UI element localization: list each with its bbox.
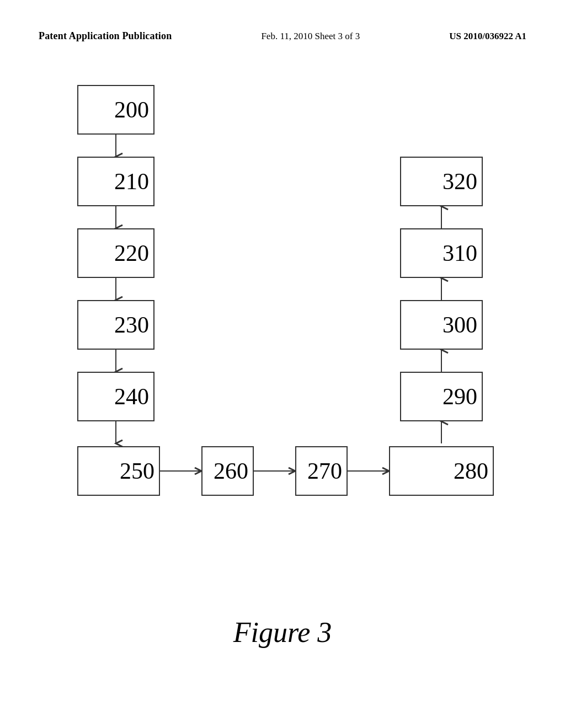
label-220: 220: [114, 240, 149, 266]
label-320: 320: [443, 168, 477, 195]
label-280: 280: [454, 458, 488, 484]
box-320: 320: [400, 157, 483, 206]
box-280: 280: [389, 446, 494, 496]
label-300: 300: [443, 312, 477, 338]
box-270: 270: [295, 446, 348, 496]
box-230: 230: [77, 300, 154, 350]
box-220: 220: [77, 228, 154, 278]
box-210: 210: [77, 157, 154, 206]
label-230: 230: [114, 312, 149, 338]
box-250: 250: [77, 446, 160, 496]
box-290: 290: [400, 372, 483, 421]
box-240: 240: [77, 372, 154, 421]
publication-label: Patent Application Publication: [39, 30, 172, 42]
box-300: 300: [400, 300, 483, 350]
label-270: 270: [307, 458, 342, 484]
patent-number-label: US 2010/036922 A1: [449, 31, 526, 42]
label-240: 240: [114, 383, 149, 410]
label-200: 200: [114, 97, 149, 123]
label-260: 260: [214, 458, 248, 484]
box-260: 260: [201, 446, 254, 496]
figure-caption: Figure 3: [0, 616, 565, 649]
label-250: 250: [120, 458, 154, 484]
label-290: 290: [443, 383, 477, 410]
arrows-svg: [0, 53, 565, 660]
header: Patent Application Publication Feb. 11, …: [0, 0, 565, 42]
diagram-area: 200 210 220 230 240 250 260 270 28: [0, 53, 565, 660]
label-210: 210: [114, 168, 149, 195]
box-200: 200: [77, 85, 154, 135]
label-310: 310: [443, 240, 477, 266]
box-310: 310: [400, 228, 483, 278]
date-sheet-label: Feb. 11, 2010 Sheet 3 of 3: [261, 31, 360, 42]
page: Patent Application Publication Feb. 11, …: [0, 0, 565, 728]
